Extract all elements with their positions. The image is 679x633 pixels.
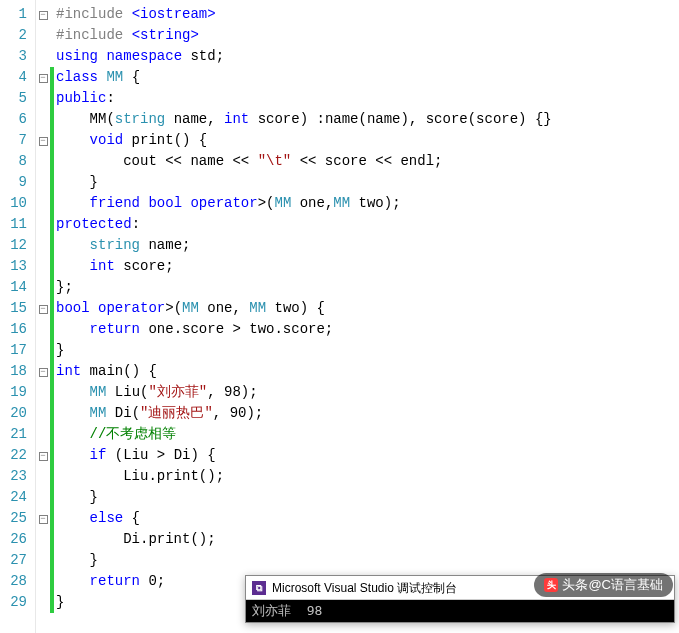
- code-line[interactable]: MM Di("迪丽热巴", 90);: [56, 403, 679, 424]
- fold-cell[interactable]: −: [36, 130, 50, 151]
- fold-minus-icon[interactable]: −: [39, 515, 48, 524]
- line-number: 29: [4, 592, 27, 613]
- code-token: score) :name(name), score(score) {}: [249, 111, 551, 127]
- code-token: operator: [98, 300, 165, 316]
- line-number: 9: [4, 172, 27, 193]
- code-token: namespace: [106, 48, 182, 64]
- code-line[interactable]: cout << name << "\t" << score << endl;: [56, 151, 679, 172]
- fold-cell: [36, 319, 50, 340]
- line-number: 18: [4, 361, 27, 382]
- code-line[interactable]: }: [56, 487, 679, 508]
- code-token: }: [56, 594, 64, 610]
- fold-cell: [36, 466, 50, 487]
- fold-cell: [36, 403, 50, 424]
- code-line[interactable]: class MM {: [56, 67, 679, 88]
- fold-cell: [36, 340, 50, 361]
- code-line[interactable]: int score;: [56, 256, 679, 277]
- fold-cell: [36, 592, 50, 613]
- fold-cell: [36, 256, 50, 277]
- code-line[interactable]: //不考虑相等: [56, 424, 679, 445]
- fold-cell[interactable]: −: [36, 508, 50, 529]
- code-token: MM: [182, 300, 199, 316]
- code-line[interactable]: void print() {: [56, 130, 679, 151]
- code-editor[interactable]: 1234567891011121314151617181920212223242…: [0, 0, 679, 633]
- code-line[interactable]: string name;: [56, 235, 679, 256]
- fold-minus-icon[interactable]: −: [39, 305, 48, 314]
- code-line[interactable]: }: [56, 340, 679, 361]
- line-number: 21: [4, 424, 27, 445]
- fold-cell[interactable]: −: [36, 445, 50, 466]
- code-token: protected: [56, 216, 132, 232]
- fold-cell: [36, 424, 50, 445]
- code-line[interactable]: Di.print();: [56, 529, 679, 550]
- fold-cell[interactable]: −: [36, 298, 50, 319]
- code-line[interactable]: else {: [56, 508, 679, 529]
- code-line[interactable]: Liu.print();: [56, 466, 679, 487]
- code-token: [90, 300, 98, 316]
- code-token: cout << name <<: [56, 153, 258, 169]
- code-line[interactable]: MM Liu("刘亦菲", 98);: [56, 382, 679, 403]
- code-line[interactable]: using namespace std;: [56, 46, 679, 67]
- code-token: two);: [350, 195, 400, 211]
- code-token: (Liu > Di) {: [106, 447, 215, 463]
- code-token: string: [115, 111, 165, 127]
- line-number: 3: [4, 46, 27, 67]
- code-token: std;: [182, 48, 224, 64]
- code-line[interactable]: return one.score > two.score;: [56, 319, 679, 340]
- fold-cell[interactable]: −: [36, 4, 50, 25]
- code-token: MM: [333, 195, 350, 211]
- code-token: [56, 510, 90, 526]
- code-token: #include: [56, 6, 132, 22]
- code-line[interactable]: friend bool operator>(MM one,MM two);: [56, 193, 679, 214]
- code-token: {: [123, 510, 140, 526]
- watermark-logo-icon: 头: [544, 578, 558, 592]
- code-line[interactable]: protected:: [56, 214, 679, 235]
- code-token: :: [106, 90, 114, 106]
- code-area[interactable]: #include <iostream>#include <string>usin…: [54, 0, 679, 633]
- line-number: 25: [4, 508, 27, 529]
- code-line[interactable]: #include <string>: [56, 25, 679, 46]
- fold-cell: [36, 277, 50, 298]
- code-token: {: [123, 69, 140, 85]
- code-token: Liu.print();: [56, 468, 224, 484]
- fold-cell: [36, 88, 50, 109]
- line-number: 1: [4, 4, 27, 25]
- code-token: [56, 321, 90, 337]
- console-output: 刘亦菲 98: [246, 600, 674, 622]
- fold-cell: [36, 151, 50, 172]
- fold-minus-icon[interactable]: −: [39, 452, 48, 461]
- fold-minus-icon[interactable]: −: [39, 137, 48, 146]
- code-token: >(: [258, 195, 275, 211]
- fold-cell[interactable]: −: [36, 361, 50, 382]
- fold-column[interactable]: −−−−−−−: [36, 0, 50, 633]
- code-line[interactable]: if (Liu > Di) {: [56, 445, 679, 466]
- code-line[interactable]: }: [56, 550, 679, 571]
- code-token: bool: [148, 195, 182, 211]
- line-number: 5: [4, 88, 27, 109]
- code-line[interactable]: bool operator>(MM one, MM two) {: [56, 298, 679, 319]
- line-number: 13: [4, 256, 27, 277]
- code-line[interactable]: };: [56, 277, 679, 298]
- code-token: MM: [90, 405, 107, 421]
- code-token: #include: [56, 27, 132, 43]
- code-line[interactable]: public:: [56, 88, 679, 109]
- fold-minus-icon[interactable]: −: [39, 74, 48, 83]
- code-token: MM: [106, 69, 123, 85]
- line-number: 20: [4, 403, 27, 424]
- line-number: 11: [4, 214, 27, 235]
- line-number: 26: [4, 529, 27, 550]
- code-token: [56, 447, 90, 463]
- code-line[interactable]: }: [56, 172, 679, 193]
- code-token: return: [90, 573, 140, 589]
- fold-minus-icon[interactable]: −: [39, 368, 48, 377]
- code-line[interactable]: #include <iostream>: [56, 4, 679, 25]
- code-token: one.score > two.score;: [140, 321, 333, 337]
- watermark-text: 头条@C语言基础: [562, 576, 663, 594]
- code-line[interactable]: int main() {: [56, 361, 679, 382]
- line-number: 22: [4, 445, 27, 466]
- code-token: MM: [249, 300, 266, 316]
- code-line[interactable]: MM(string name, int score) :name(name), …: [56, 109, 679, 130]
- fold-minus-icon[interactable]: −: [39, 11, 48, 20]
- fold-cell[interactable]: −: [36, 67, 50, 88]
- line-number: 4: [4, 67, 27, 88]
